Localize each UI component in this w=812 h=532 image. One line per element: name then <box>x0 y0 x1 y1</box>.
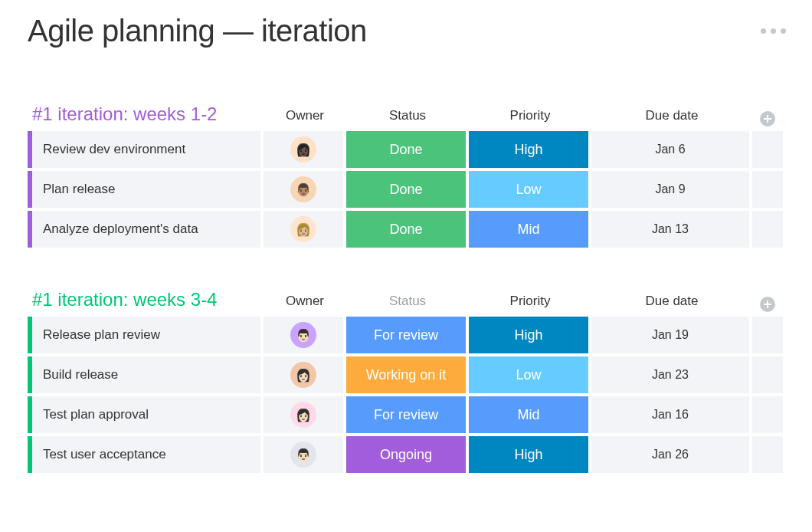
status-cell[interactable]: Done <box>346 131 466 168</box>
group-header: #1 iteration: weeks 1-2OwnerStatusPriori… <box>28 103 789 131</box>
due-date-cell[interactable]: Jan 23 <box>591 356 749 393</box>
column-header-priority[interactable]: Priority <box>469 108 591 131</box>
plus-icon <box>760 297 775 312</box>
due-date-cell[interactable]: Jan 13 <box>591 211 749 248</box>
priority-cell[interactable]: High <box>469 317 588 353</box>
group: #1 iteration: weeks 3-4OwnerStatusPriori… <box>28 289 789 473</box>
column-header-priority[interactable]: Priority <box>469 294 591 317</box>
group-title[interactable]: #1 iteration: weeks 3-4 <box>32 289 264 317</box>
plus-icon <box>760 111 775 126</box>
priority-cell[interactable]: Low <box>469 356 588 393</box>
avatar: 👩🏻 <box>290 362 316 388</box>
task-row[interactable]: Test user acceptance👨🏻OngoingHighJan 26 <box>28 436 789 473</box>
owner-cell[interactable]: 👨🏻 <box>264 317 343 353</box>
avatar: 👩🏻 <box>290 402 316 428</box>
avatar: 👨🏻 <box>290 442 316 468</box>
more-menu-icon[interactable] <box>761 28 789 34</box>
avatar: 👩🏼 <box>290 216 316 242</box>
trailing-cell <box>752 396 783 433</box>
group-title[interactable]: #1 iteration: weeks 1-2 <box>32 103 264 131</box>
owner-cell[interactable]: 👩🏻 <box>264 356 343 393</box>
priority-cell[interactable]: High <box>469 131 588 168</box>
task-name-cell[interactable]: Review dev environment <box>32 131 260 168</box>
board-title: Agile planning — iteration <box>28 14 367 48</box>
group-header: #1 iteration: weeks 3-4OwnerStatusPriori… <box>28 289 789 317</box>
due-date-cell[interactable]: Jan 26 <box>591 436 749 473</box>
priority-cell[interactable]: Mid <box>469 211 588 248</box>
add-column-button[interactable] <box>752 111 783 131</box>
due-date-cell[interactable]: Jan 19 <box>591 317 749 353</box>
board-page: Agile planning — iteration #1 iteration:… <box>0 0 812 496</box>
add-column-button[interactable] <box>752 297 783 317</box>
status-cell[interactable]: For review <box>346 396 466 433</box>
task-row[interactable]: Analyze deployment's data👩🏼DoneMidJan 13 <box>28 211 789 248</box>
due-date-cell[interactable]: Jan 16 <box>591 396 749 433</box>
task-row[interactable]: Review dev environment👩🏿DoneHighJan 6 <box>28 131 789 168</box>
status-cell[interactable]: Ongoing <box>346 436 466 473</box>
column-header-due-date[interactable]: Due date <box>591 294 752 317</box>
trailing-cell <box>752 131 783 168</box>
status-cell[interactable]: For review <box>346 317 466 353</box>
priority-cell[interactable]: High <box>469 436 588 473</box>
task-name-cell[interactable]: Test user acceptance <box>32 436 260 473</box>
trailing-cell <box>752 356 783 393</box>
owner-cell[interactable]: 👨🏽 <box>264 171 343 208</box>
trailing-cell <box>752 317 783 353</box>
due-date-cell[interactable]: Jan 9 <box>591 171 749 208</box>
owner-cell[interactable]: 👩🏼 <box>264 211 343 248</box>
owner-cell[interactable]: 👩🏻 <box>264 396 343 433</box>
status-cell[interactable]: Done <box>346 171 466 208</box>
task-name-cell[interactable]: Test plan approval <box>32 396 260 433</box>
title-row: Agile planning — iteration <box>28 14 789 48</box>
priority-cell[interactable]: Mid <box>469 396 588 433</box>
task-row[interactable]: Plan release👨🏽DoneLowJan 9 <box>28 171 789 208</box>
trailing-cell <box>752 211 783 248</box>
priority-cell[interactable]: Low <box>469 171 588 208</box>
task-row[interactable]: Test plan approval👩🏻For reviewMidJan 16 <box>28 396 789 433</box>
group-rows: Review dev environment👩🏿DoneHighJan 6Pla… <box>28 131 789 248</box>
trailing-cell <box>752 436 783 473</box>
due-date-cell[interactable]: Jan 6 <box>591 131 749 168</box>
avatar: 👩🏿 <box>290 136 316 163</box>
avatar: 👨🏽 <box>290 176 316 202</box>
owner-cell[interactable]: 👨🏻 <box>264 436 343 473</box>
task-name-cell[interactable]: Analyze deployment's data <box>32 211 260 248</box>
owner-cell[interactable]: 👩🏿 <box>264 131 343 168</box>
task-name-cell[interactable]: Release plan review <box>32 317 260 353</box>
trailing-cell <box>752 171 783 208</box>
column-header-status[interactable]: Status <box>346 294 469 317</box>
task-row[interactable]: Release plan review👨🏻For reviewHighJan 1… <box>28 317 789 353</box>
group-rows: Release plan review👨🏻For reviewHighJan 1… <box>28 317 789 473</box>
avatar: 👨🏻 <box>290 322 316 348</box>
column-header-owner[interactable]: Owner <box>264 108 346 131</box>
task-row[interactable]: Build release👩🏻Working on itLowJan 23 <box>28 356 789 393</box>
column-header-status[interactable]: Status <box>346 108 469 131</box>
status-cell[interactable]: Working on it <box>346 356 466 393</box>
group: #1 iteration: weeks 1-2OwnerStatusPriori… <box>28 103 789 248</box>
task-name-cell[interactable]: Build release <box>32 356 260 393</box>
task-name-cell[interactable]: Plan release <box>32 171 260 208</box>
status-cell[interactable]: Done <box>346 211 466 248</box>
column-header-owner[interactable]: Owner <box>264 294 346 317</box>
column-header-due-date[interactable]: Due date <box>591 108 752 131</box>
